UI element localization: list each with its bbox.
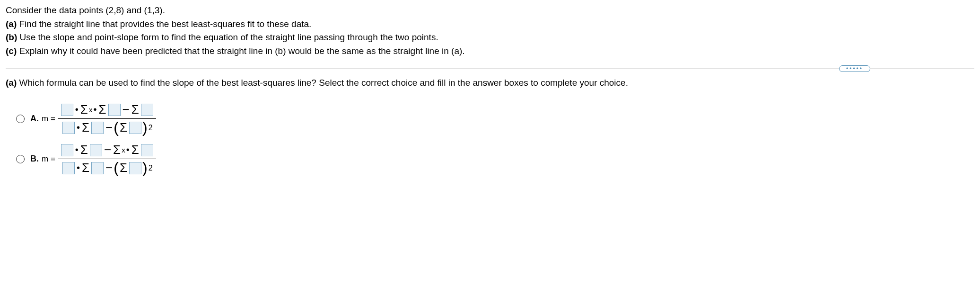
- sigma-symbol: Σ: [80, 102, 88, 117]
- sigma-symbol: Σ: [120, 120, 127, 135]
- minus-symbol: −: [104, 143, 111, 157]
- minus-symbol: −: [105, 161, 113, 175]
- choice-b-numerator: • Σ − Σ x • Σ: [58, 142, 156, 158]
- question-text: Which formula can be used to find the sl…: [17, 78, 628, 88]
- dot-symbol: •: [77, 162, 80, 173]
- fraction-line: [58, 159, 156, 159]
- choice-a-m: m =: [42, 114, 55, 124]
- problem-statement: Consider the data points (2,8) and (1,3)…: [6, 4, 974, 58]
- dot-symbol: •: [93, 104, 96, 115]
- squared-symbol: 2: [149, 164, 153, 172]
- sigma-symbol: Σ: [80, 143, 88, 157]
- input-box[interactable]: [90, 144, 102, 156]
- lparen-symbol: (: [114, 122, 119, 134]
- input-box[interactable]: [129, 162, 141, 174]
- choice-a-fraction: • Σ x • Σ − Σ • Σ − ( Σ ) 2: [58, 101, 156, 136]
- dot-symbol: •: [126, 144, 130, 155]
- sigma-symbol: Σ: [98, 102, 106, 117]
- x-subscript: x: [122, 146, 125, 154]
- sigma-symbol: Σ: [82, 120, 89, 135]
- x-subscript: x: [89, 106, 93, 114]
- dot-symbol: •: [75, 104, 79, 115]
- part-a-label: (a): [6, 19, 17, 29]
- choices-container: A. m = • Σ x • Σ − Σ • Σ − (: [6, 101, 974, 176]
- choice-b: B. m = • Σ − Σ x • Σ • Σ − (: [16, 142, 974, 176]
- lparen-symbol: (: [114, 162, 119, 174]
- sigma-symbol: Σ: [131, 143, 139, 157]
- part-a-text: Find the straight line that provides the…: [17, 19, 311, 29]
- input-box[interactable]: [62, 122, 75, 134]
- choice-a: A. m = • Σ x • Σ − Σ • Σ − (: [16, 101, 974, 136]
- choice-a-label: A.: [30, 114, 39, 124]
- input-box[interactable]: [141, 144, 153, 156]
- radio-a[interactable]: [16, 115, 25, 123]
- fraction-line: [58, 118, 156, 119]
- question-part-a: (a) Which formula can be used to find th…: [6, 78, 974, 88]
- sigma-symbol: Σ: [120, 161, 127, 175]
- radio-b[interactable]: [16, 155, 25, 163]
- choice-a-numerator: • Σ x • Σ − Σ: [58, 101, 156, 118]
- rparen-symbol: ): [142, 162, 148, 174]
- divider-line: [6, 69, 974, 69]
- input-box[interactable]: [91, 162, 104, 174]
- squared-symbol: 2: [149, 124, 153, 132]
- input-box[interactable]: [108, 104, 121, 116]
- choice-b-denominator: • Σ − ( Σ ) 2: [60, 160, 155, 176]
- input-box[interactable]: [91, 122, 104, 134]
- sigma-symbol: Σ: [131, 102, 139, 117]
- dots-badge[interactable]: •••••: [839, 65, 870, 72]
- part-b-label: (b): [6, 32, 17, 42]
- input-box[interactable]: [61, 104, 73, 116]
- input-box[interactable]: [141, 104, 153, 116]
- input-box[interactable]: [61, 144, 73, 156]
- minus-symbol: −: [105, 120, 113, 135]
- problem-part-b: (b) Use the slope and point-slope form t…: [6, 31, 974, 45]
- dot-symbol: •: [77, 122, 80, 133]
- sigma-symbol: Σ: [113, 143, 121, 157]
- dot-symbol: •: [75, 144, 79, 155]
- part-c-label: (c): [6, 46, 17, 56]
- question-part-label: (a): [6, 78, 17, 88]
- problem-part-c: (c) Explain why it could have been predi…: [6, 45, 974, 58]
- choice-a-denominator: • Σ − ( Σ ) 2: [60, 119, 155, 136]
- rparen-symbol: ): [142, 122, 148, 134]
- problem-part-a: (a) Find the straight line that provides…: [6, 18, 974, 31]
- minus-symbol: −: [122, 102, 130, 117]
- input-box[interactable]: [129, 122, 141, 134]
- input-box[interactable]: [62, 162, 75, 174]
- part-c-text: Explain why it could have been predicted…: [17, 46, 464, 56]
- choice-b-label: B.: [30, 154, 39, 164]
- choice-b-m: m =: [42, 154, 55, 164]
- problem-intro: Consider the data points (2,8) and (1,3)…: [6, 4, 974, 18]
- sigma-symbol: Σ: [82, 161, 89, 175]
- section-divider: •••••: [6, 65, 974, 72]
- choice-b-fraction: • Σ − Σ x • Σ • Σ − ( Σ ) 2: [58, 142, 156, 176]
- part-b-text: Use the slope and point-slope form to fi…: [17, 32, 438, 42]
